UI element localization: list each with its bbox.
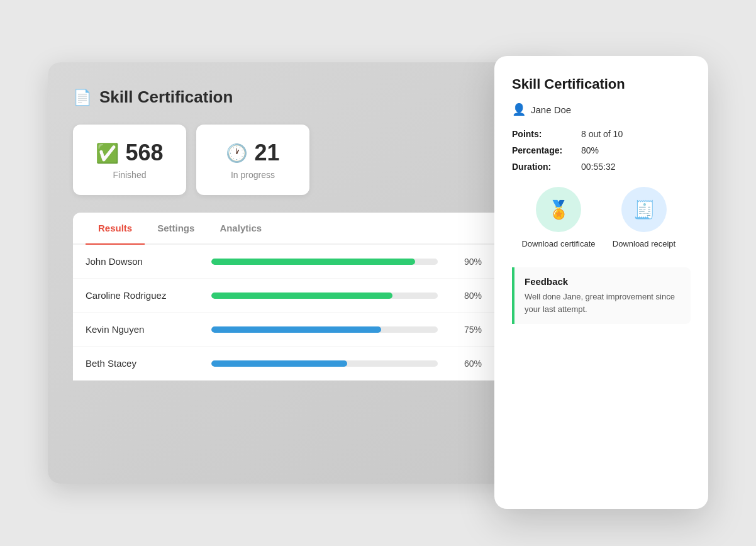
stats-row: ✅ 568 Finished 🕐 21 In progress (73, 125, 538, 195)
table-row: Caroline Rodriguez 80% 6m 10s (73, 279, 538, 313)
stat-number-row-finished: ✅ 568 (96, 140, 163, 166)
progress-bar-fill (211, 326, 381, 333)
file-icon: 📄 (73, 89, 92, 106)
table-row: Kevin Nguyen 75% 5m 00s (73, 313, 538, 347)
row-percent: 80% (450, 291, 482, 301)
stat-number-row-inprogress: 🕐 21 (226, 140, 279, 166)
tabs-section: Results Settings Analytics John Dowson 9… (73, 213, 538, 381)
download-receipt-label: Download receipt (613, 238, 675, 250)
info-row: Duration: 00:55:32 (512, 162, 691, 172)
row-name: Beth Stacey (86, 358, 199, 369)
check-icon: ✅ (96, 142, 119, 164)
row-percent: 90% (450, 257, 482, 267)
progress-bar-container (211, 326, 438, 333)
table-row: John Dowson 90% 5m 20s (73, 245, 538, 279)
scene: 📄 Skill Certification ✅ 568 Finished 🕐 2… (48, 37, 708, 509)
row-percent: 75% (450, 325, 482, 335)
download-certificate-label: Download certificate (521, 238, 595, 250)
user-icon: 👤 (512, 103, 526, 116)
info-row: Percentage: 80% (512, 145, 691, 155)
detail-title: Skill Certification (512, 76, 691, 92)
table-row: Beth Stacey 60% 6m 30s (73, 347, 538, 381)
page-title: Skill Certification (99, 87, 233, 107)
info-value: 80% (581, 145, 599, 155)
detail-card: Skill Certification 👤 Jane Doe Points: 8… (494, 56, 708, 509)
row-name: Caroline Rodriguez (86, 290, 199, 301)
row-percent: 60% (450, 359, 482, 369)
tab-results[interactable]: Results (86, 213, 145, 243)
user-row: 👤 Jane Doe (512, 103, 691, 116)
row-name: John Dowson (86, 256, 199, 267)
finished-label: Finished (113, 170, 147, 180)
feedback-section: Feedback Well done Jane, great improveme… (512, 267, 691, 324)
info-label: Percentage: (512, 145, 581, 155)
tab-analytics[interactable]: Analytics (207, 213, 274, 243)
download-receipt-button[interactable]: 🧾 Download receipt (606, 187, 682, 250)
user-name: Jane Doe (531, 104, 571, 115)
tabs-header: Results Settings Analytics (73, 213, 538, 245)
finished-count: 568 (125, 140, 163, 166)
row-name: Kevin Nguyen (86, 324, 199, 335)
progress-bar-fill (211, 360, 347, 367)
feedback-text: Well done Jane, great improvement since … (525, 291, 681, 315)
info-row: Points: 8 out of 10 (512, 129, 691, 139)
stat-card-finished: ✅ 568 Finished (73, 125, 186, 195)
info-value: 00:55:32 (581, 162, 616, 172)
progress-bar-container (211, 259, 438, 265)
inprogress-count: 21 (254, 140, 279, 166)
results-table: John Dowson 90% 5m 20s Caroline Rodrigue… (73, 245, 538, 381)
receipt-icon: 🧾 (621, 187, 667, 232)
tab-settings[interactable]: Settings (145, 213, 207, 243)
progress-bar-fill (211, 292, 392, 299)
certificate-icon: 🏅 (536, 187, 581, 232)
clock-icon: 🕐 (226, 143, 248, 164)
progress-bar-fill (211, 259, 415, 265)
info-label: Duration: (512, 162, 581, 172)
progress-bar-container (211, 292, 438, 299)
main-card: 📄 Skill Certification ✅ 568 Finished 🕐 2… (48, 62, 564, 484)
inprogress-label: In progress (231, 170, 275, 180)
feedback-title: Feedback (525, 276, 681, 287)
main-card-header: 📄 Skill Certification (73, 87, 538, 107)
stat-card-inprogress: 🕐 21 In progress (196, 125, 309, 195)
detail-info: Points: 8 out of 10 Percentage: 80% Dura… (512, 129, 691, 172)
info-label: Points: (512, 129, 581, 139)
download-certificate-button[interactable]: 🏅 Download certificate (521, 187, 596, 250)
info-value: 8 out of 10 (581, 129, 623, 139)
progress-bar-container (211, 360, 438, 367)
download-row: 🏅 Download certificate 🧾 Download receip… (512, 187, 691, 250)
